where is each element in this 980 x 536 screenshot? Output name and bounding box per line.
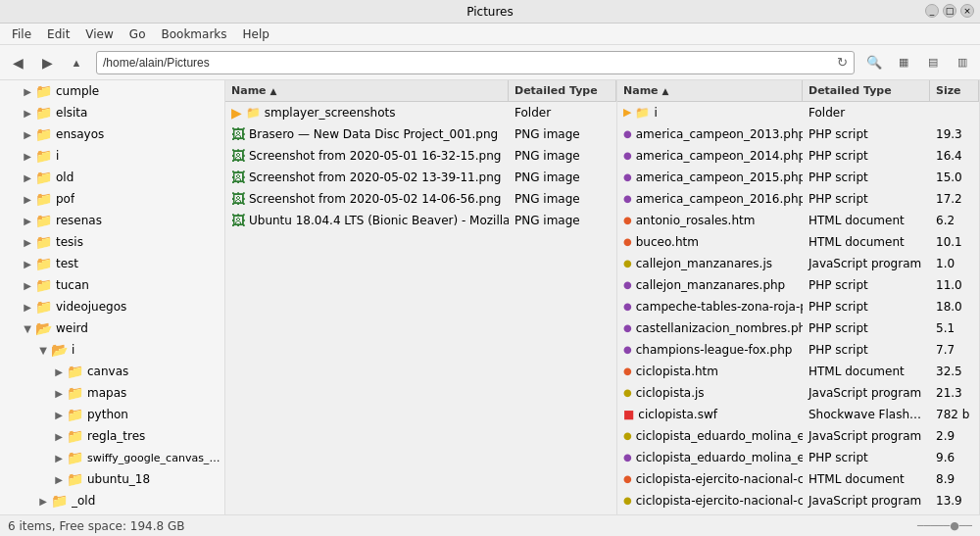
table-row[interactable]: ● castellanizacion_nombres.php PHP scrip… xyxy=(617,317,979,339)
table-row[interactable]: ● america_campeon_2015.php PHP script 15… xyxy=(617,167,979,188)
table-row[interactable]: 🖼 Screenshot from 2020-05-01 16-32-15.pn… xyxy=(225,145,616,167)
toggle-icon[interactable]: ▶ xyxy=(20,105,35,121)
search-button[interactable]: 🔍 xyxy=(860,49,888,76)
sidebar-item-mapas[interactable]: ▶ 📁 mapas xyxy=(0,382,224,404)
right-type-header[interactable]: Detailed Type xyxy=(803,80,930,101)
table-row[interactable]: ● america_campeon_2013.php PHP script 19… xyxy=(617,123,979,145)
toggle-icon[interactable]: ▶ xyxy=(51,471,67,487)
toggle-icon[interactable]: ▶ xyxy=(20,213,35,228)
toggle-icon[interactable]: ▶ xyxy=(35,493,51,509)
maximize-button[interactable]: □ xyxy=(943,4,956,18)
toggle-icon[interactable]: ▼ xyxy=(20,320,35,336)
right-size-header[interactable]: Size xyxy=(930,80,979,101)
table-row[interactable]: 🖼 Ubuntu 18.04.4 LTS (Bionic Beaver) - M… xyxy=(225,210,616,231)
toggle-icon[interactable]: ▶ xyxy=(20,170,35,185)
toggle-icon[interactable]: ▶ xyxy=(51,385,67,401)
forward-button[interactable]: ▶ xyxy=(33,49,61,76)
table-row[interactable]: ● ciclopista_eduardo_molina_eje_3_orie..… xyxy=(617,447,979,468)
window-controls[interactable]: _ □ × xyxy=(925,4,974,18)
view-compact-button[interactable]: ▥ xyxy=(949,49,976,76)
left-type-label: Detailed Type xyxy=(514,84,598,97)
sidebar-item-weird-i[interactable]: ▼ 📂 i xyxy=(0,339,224,361)
table-row[interactable]: ● callejon_manzanares.php PHP script 11.… xyxy=(617,274,979,296)
menu-go[interactable]: Go xyxy=(122,25,154,43)
toggle-icon[interactable]: ▶ xyxy=(51,407,67,422)
right-type-label: Detailed Type xyxy=(808,84,892,97)
menu-view[interactable]: View xyxy=(77,25,121,43)
toggle-icon[interactable]: ▶ xyxy=(20,256,35,271)
table-row[interactable]: ● ciclopista-ejercito-nacional-chimilli.… xyxy=(617,490,979,512)
sidebar-item-pof[interactable]: ▶ 📁 pof xyxy=(0,188,224,210)
file-size: 10.1 xyxy=(930,233,979,251)
toggle-icon[interactable]: ▶ xyxy=(51,450,67,465)
table-row[interactable]: ● buceo.htm HTML document 10.1 xyxy=(617,231,979,253)
up-button[interactable]: ▲ xyxy=(63,49,90,76)
sidebar-item-elsita[interactable]: ▶ 📁 elsita xyxy=(0,102,224,123)
reload-icon[interactable]: ↻ xyxy=(837,55,848,70)
back-button[interactable]: ◀ xyxy=(4,49,31,76)
view-icons-button[interactable]: ▦ xyxy=(890,49,917,76)
toggle-icon[interactable]: ▶ xyxy=(51,428,67,444)
view-list-button[interactable]: ▤ xyxy=(919,49,947,76)
table-row[interactable]: ● ciclopista-ejercito-nacional-chimilli.… xyxy=(617,468,979,490)
table-row[interactable]: ● antonio_rosales.htm HTML document 6.2 xyxy=(617,210,979,231)
toggle-icon[interactable]: ▶ xyxy=(20,277,35,293)
close-button[interactable]: × xyxy=(960,4,974,18)
toggle-icon[interactable]: ▼ xyxy=(35,342,51,358)
folder-icon: 📂 xyxy=(51,342,68,358)
menu-file[interactable]: File xyxy=(4,25,39,43)
file-type: HTML document xyxy=(803,470,930,488)
menu-help[interactable]: Help xyxy=(235,25,277,43)
table-row[interactable]: ● ciclopista.htm HTML document 32.5 xyxy=(617,361,979,382)
sidebar-item-cumple[interactable]: ▶ 📁 cumple xyxy=(0,80,224,102)
left-type-header[interactable]: Detailed Type xyxy=(509,80,616,101)
table-row[interactable]: 🖼 Screenshot from 2020-05-02 13-39-11.pn… xyxy=(225,167,616,188)
table-row[interactable]: ● campeche-tables-zona-roja-prostitucion… xyxy=(617,296,979,317)
toggle-icon[interactable]: ▶ xyxy=(20,299,35,315)
table-row[interactable]: ▶ 📁 smplayer_screenshots Folder xyxy=(225,102,616,123)
sidebar-item-ensayos[interactable]: ▶ 📁 ensayos xyxy=(0,123,224,145)
sidebar-item-tucan[interactable]: ▶ 📁 tucan xyxy=(0,274,224,296)
sidebar-item-_old[interactable]: ▶ 📁 _old xyxy=(0,490,224,512)
table-row[interactable]: ● ciclopista_eduardo_molina_eje_3_orie..… xyxy=(617,425,979,447)
sidebar-item-python[interactable]: ▶ 📁 python xyxy=(0,404,224,425)
sidebar-item-test[interactable]: ▶ 📁 test xyxy=(0,253,224,274)
php-icon: ● xyxy=(623,452,632,463)
table-row[interactable]: 🖼 Brasero — New Data Disc Project_001.pn… xyxy=(225,123,616,145)
toggle-icon[interactable]: ▶ xyxy=(20,83,35,99)
table-row[interactable]: ● ciclopista.js JavaScript program 21.3 xyxy=(617,382,979,404)
sidebar-item-weird[interactable]: ▼ 📂 weird xyxy=(0,317,224,339)
menu-bookmarks[interactable]: Bookmarks xyxy=(153,25,234,43)
menu-edit[interactable]: Edit xyxy=(39,25,77,43)
table-row[interactable]: 🖼 Screenshot from 2020-05-02 14-06-56.pn… xyxy=(225,188,616,210)
sidebar-item-old[interactable]: ▶ 📁 old xyxy=(0,167,224,188)
right-name-header[interactable]: Name ▲ xyxy=(617,80,803,101)
toggle-icon[interactable]: ▶ xyxy=(20,191,35,207)
toggle-icon[interactable]: ▶ xyxy=(51,364,67,379)
sidebar-item-swiffy[interactable]: ▶ 📁 swiffy_google_canvas_flash xyxy=(0,447,224,468)
sidebar-item-canvas[interactable]: ▶ 📁 canvas xyxy=(0,361,224,382)
sidebar-item-i[interactable]: ▶ 📁 i xyxy=(0,145,224,167)
file-name: Ubuntu 18.04.4 LTS (Bionic Beaver) - Moz… xyxy=(249,214,509,227)
table-row[interactable]: ● champions-league-fox.php PHP script 7.… xyxy=(617,339,979,361)
toggle-icon[interactable]: ▶ xyxy=(20,148,35,164)
minimize-button[interactable]: _ xyxy=(925,4,939,18)
html-icon: ● xyxy=(623,473,632,484)
left-name-header[interactable]: Name ▲ xyxy=(225,80,509,101)
toggle-icon[interactable]: ▶ xyxy=(20,126,35,142)
sidebar-item-label: _old xyxy=(72,494,95,508)
location-input[interactable] xyxy=(103,56,837,70)
sidebar-item-label: cumple xyxy=(56,84,99,98)
table-row[interactable]: ● callejon_manzanares.js JavaScript prog… xyxy=(617,253,979,274)
sidebar-item-regla_tres[interactable]: ▶ 📁 regla_tres xyxy=(0,425,224,447)
table-row[interactable]: ■ ciclopista.swf Shockwave Flash file 78… xyxy=(617,404,979,425)
table-row[interactable]: ▶ 📁 i Folder xyxy=(617,102,979,123)
location-bar[interactable]: ↻ xyxy=(96,51,855,74)
sidebar-item-videojuegos[interactable]: ▶ 📁 videojuegos xyxy=(0,296,224,317)
sidebar-item-ubuntu_18[interactable]: ▶ 📁 ubuntu_18 xyxy=(0,468,224,490)
toggle-icon[interactable]: ▶ xyxy=(20,234,35,250)
table-row[interactable]: ● america_campeon_2014.php PHP script 16… xyxy=(617,145,979,167)
sidebar-item-resenas[interactable]: ▶ 📁 resenas xyxy=(0,210,224,231)
table-row[interactable]: ● america_campeon_2016.php PHP script 17… xyxy=(617,188,979,210)
sidebar-item-tesis[interactable]: ▶ 📁 tesis xyxy=(0,231,224,253)
